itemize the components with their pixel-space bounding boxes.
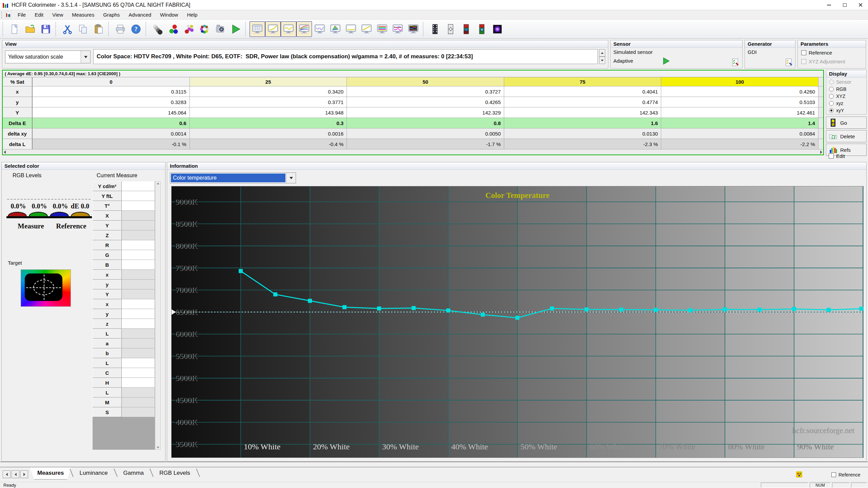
scroll-up-icon[interactable] — [157, 183, 159, 184]
menu-measures[interactable]: Measures — [67, 10, 99, 20]
film-saturations-button[interactable] — [474, 21, 490, 37]
tab-scroll-first-button[interactable] — [3, 470, 11, 478]
measure-table-scrollbar[interactable] — [155, 181, 161, 450]
display-radio-xyz[interactable]: XYZ — [829, 93, 864, 100]
information-type-select[interactable]: Color temperature — [170, 172, 296, 183]
menu-graphs[interactable]: Graphs — [99, 10, 124, 20]
view-luminance-curve-button[interactable] — [281, 21, 296, 37]
menu-help[interactable]: Help — [182, 10, 202, 20]
tab-gamma[interactable]: Gamma — [116, 467, 151, 480]
table-vertical-scrollbar[interactable] — [818, 86, 823, 97]
svg-text:90% White: 90% White — [797, 442, 834, 451]
copy-button[interactable] — [75, 21, 91, 37]
scroll-left-icon[interactable] — [4, 150, 6, 154]
combo-arrow-button[interactable] — [81, 51, 90, 63]
reference-column-label: Reference — [53, 222, 90, 230]
scroll-right-icon[interactable] — [820, 150, 822, 154]
saturation-scale-select[interactable]: Yellow saturation scale — [5, 50, 91, 63]
view-gamma-curve-button[interactable] — [265, 21, 281, 37]
new-button[interactable] — [7, 21, 22, 37]
display-radio-xyz[interactable]: xyz — [829, 100, 864, 107]
view-color-curves-button[interactable] — [390, 21, 406, 37]
tab-scroll-left-button[interactable] — [12, 470, 19, 478]
cut-button[interactable] — [60, 21, 75, 37]
view-full-graphs-button[interactable] — [406, 21, 421, 37]
title-bar: HCFR Colorimeter - 3.5.1.4 - [SAMSUNG 65… — [0, 0, 868, 10]
go-button[interactable]: Go — [826, 117, 867, 129]
menu-view[interactable]: View — [48, 10, 67, 20]
sensor-config-icon[interactable] — [731, 58, 739, 67]
sat-header-75[interactable]: 75 — [504, 77, 662, 86]
run-measures-button[interactable] — [228, 21, 243, 37]
delete-button[interactable]: Delete — [826, 130, 867, 142]
measure-row-label: S — [93, 407, 122, 417]
spin-up-button[interactable] — [599, 49, 605, 57]
paste-button[interactable] — [91, 21, 106, 37]
view-histogram-button[interactable] — [312, 21, 328, 37]
view-measures-grid-button[interactable] — [250, 21, 265, 37]
secondaries-measure-button[interactable] — [181, 21, 197, 37]
svg-text:7500K: 7500K — [175, 263, 197, 272]
film-primaries-button[interactable] — [458, 21, 474, 37]
target-gamut-swatch — [21, 269, 71, 307]
sat-header-25[interactable]: 25 — [190, 77, 347, 86]
sat-cell: 142.461 — [661, 107, 818, 118]
film-grayscale-button[interactable] — [427, 21, 443, 37]
view-nearblack-button[interactable] — [343, 21, 359, 37]
view-saturation-bars-button[interactable] — [374, 21, 390, 37]
grayscale-measure-button[interactable] — [150, 21, 165, 37]
save-button[interactable] — [38, 21, 54, 37]
tab-scroll-right-button[interactable] — [20, 470, 28, 478]
primaries-measure-button[interactable] — [165, 21, 181, 37]
table-vertical-scrollbar[interactable] — [818, 97, 823, 107]
sensor-run-icon[interactable] — [662, 57, 670, 65]
sat-cell: 145.064 — [33, 107, 190, 118]
svg-text:8000K: 8000K — [175, 241, 197, 250]
menu-advanced[interactable]: Advanced — [124, 10, 156, 20]
view-cie-diagram-button[interactable] — [328, 21, 343, 37]
toolbar-grip — [145, 22, 148, 36]
sat-header-50[interactable]: 50 — [347, 77, 504, 86]
maximize-button[interactable] — [837, 0, 852, 10]
sat-header-0[interactable]: 0 — [33, 77, 190, 86]
bottom-reference-checkbox[interactable]: Reference — [831, 472, 861, 477]
reference-checkbox[interactable]: Reference — [801, 50, 832, 56]
open-button[interactable] — [22, 21, 38, 37]
table-vertical-scrollbar[interactable] — [818, 139, 823, 149]
menu-file[interactable]: File — [13, 10, 30, 20]
tab-rgb-levels[interactable]: RGB Levels — [152, 467, 198, 480]
rgb-bar-label-2: 0.0% — [51, 202, 70, 210]
about-button[interactable]: ? — [128, 21, 144, 37]
scroll-down-icon[interactable] — [157, 447, 159, 448]
table-vertical-scrollbar[interactable] — [818, 77, 823, 86]
color-swatch-button[interactable] — [490, 21, 505, 37]
tab-measures[interactable]: Measures — [30, 467, 71, 480]
sensor-panel-title: Sensor — [611, 40, 742, 48]
film-nearwhite-button[interactable] — [443, 21, 458, 37]
table-vertical-scrollbar[interactable] — [818, 107, 823, 118]
horizontal-splitter[interactable] — [0, 462, 868, 467]
table-vertical-scrollbar[interactable] — [818, 128, 823, 139]
generator-config-icon[interactable] — [784, 58, 793, 67]
palette-icon[interactable] — [796, 471, 802, 477]
view-rgb-levels-button[interactable] — [296, 21, 312, 37]
display-radio-rgb[interactable]: RGB — [829, 85, 864, 93]
display-radio-xyy[interactable]: xyY — [829, 107, 864, 114]
combo-arrow-button[interactable] — [286, 173, 296, 183]
table-horizontal-scrollbar[interactable] — [3, 149, 823, 155]
sat-header-100[interactable]: 100 — [661, 77, 818, 86]
info-spinner[interactable] — [599, 49, 605, 64]
measure-row-label: R — [93, 240, 122, 250]
snapshot-button[interactable] — [212, 21, 228, 37]
tab-luminance[interactable]: Luminance — [72, 467, 115, 480]
view-nearwhite-button[interactable] — [359, 21, 374, 37]
table-vertical-scrollbar[interactable] — [818, 118, 823, 128]
print-button[interactable] — [113, 21, 128, 37]
spin-down-button[interactable] — [599, 57, 605, 64]
menu-window[interactable]: Window — [156, 10, 182, 20]
minimize-button[interactable] — [821, 0, 837, 10]
close-button[interactable] — [852, 0, 868, 10]
free-measure-button[interactable] — [197, 21, 212, 37]
edit-checkbox[interactable]: Edit — [829, 153, 845, 159]
menu-edit[interactable]: Edit — [30, 10, 48, 20]
